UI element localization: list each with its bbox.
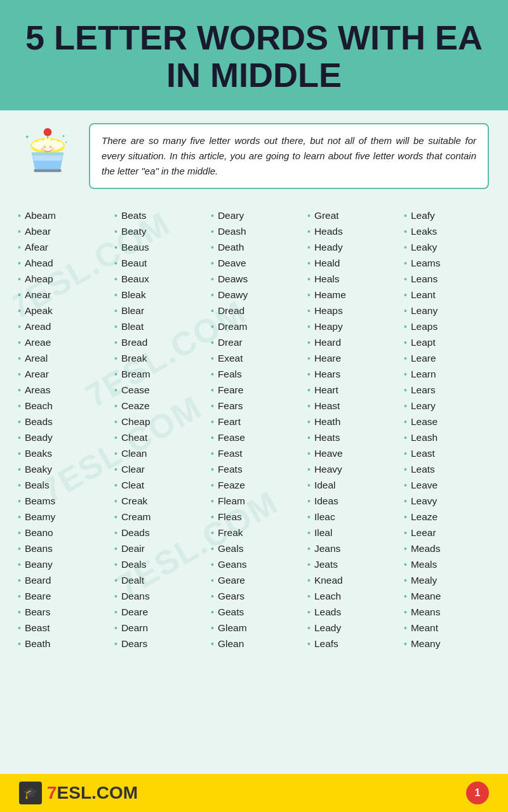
word-item: •Leaze — [404, 509, 490, 525]
word-item: •Ideas — [307, 494, 394, 509]
word-item: •Cease — [114, 383, 201, 398]
word-item: •Great — [307, 208, 394, 224]
word-text: Beaty — [121, 226, 147, 237]
bullet-icon: • — [18, 274, 21, 284]
word-item: •Cheap — [114, 414, 201, 430]
bullet-icon: • — [18, 258, 21, 268]
word-text: Abear — [25, 226, 51, 237]
logo-icon: 🎓 — [19, 782, 42, 804]
word-text: Beath — [25, 638, 51, 650]
word-text: Beats — [121, 210, 147, 221]
bullet-icon: • — [211, 353, 214, 363]
bullet-icon: • — [211, 211, 214, 221]
svg-rect-10 — [34, 169, 61, 172]
word-text: Heaps — [314, 305, 343, 317]
word-item: •Leare — [404, 351, 490, 367]
bullet-icon: • — [18, 464, 21, 475]
word-text: Heavy — [314, 464, 342, 475]
word-text: Beast — [25, 622, 50, 634]
bullet-icon: • — [114, 322, 117, 332]
word-text: Lears — [411, 384, 436, 396]
bullet-icon: • — [307, 274, 311, 284]
word-text: Beano — [25, 527, 53, 539]
word-text: Dream — [218, 321, 248, 332]
bullet-icon: • — [307, 385, 311, 395]
word-item: •Beany — [18, 557, 104, 573]
word-text: Deawy — [218, 289, 248, 301]
bullet-icon: • — [307, 290, 311, 300]
word-item: •Least — [404, 446, 490, 462]
word-text: Leash — [411, 432, 438, 443]
word-text: Abeam — [25, 210, 56, 221]
words-column-4: •Great•Heads•Heady•Heald•Heals•Heame•Hea… — [302, 208, 399, 652]
bullet-icon: • — [18, 337, 21, 348]
word-text: Heady — [314, 242, 343, 253]
bullet-icon: • — [404, 575, 407, 586]
word-text: Beaus — [121, 242, 149, 253]
bullet-icon: • — [114, 623, 117, 633]
word-text: Feast — [218, 448, 243, 459]
bullet-icon: • — [211, 544, 214, 554]
word-item: •Deary — [211, 208, 297, 224]
word-item: •Beads — [18, 414, 104, 430]
word-text: Cheap — [121, 416, 150, 428]
word-item: •Deawy — [211, 287, 297, 303]
bullet-icon: • — [404, 528, 407, 538]
word-text: Jeats — [314, 559, 338, 570]
bullet-icon: • — [114, 385, 117, 395]
bullet-icon: • — [404, 464, 407, 475]
bullet-icon: • — [307, 512, 311, 522]
word-item: •Heart — [307, 383, 394, 398]
bullet-icon: • — [211, 337, 214, 348]
bullet-icon: • — [404, 544, 407, 554]
bullet-icon: • — [307, 306, 311, 316]
word-text: Fease — [218, 432, 245, 443]
word-text: Gleam — [218, 622, 247, 634]
word-item: •Blear — [114, 303, 201, 319]
word-item: •Ceaze — [114, 398, 201, 414]
bullet-icon: • — [114, 211, 117, 221]
word-item: •Geals — [211, 541, 297, 557]
word-text: Learn — [411, 369, 436, 380]
bullet-icon: • — [18, 607, 21, 617]
word-text: Leats — [411, 464, 435, 475]
bullet-icon: • — [307, 575, 311, 586]
bullet-icon: • — [307, 353, 311, 363]
bullet-icon: • — [18, 449, 21, 459]
word-item: •Drear — [211, 335, 297, 351]
bullet-icon: • — [211, 290, 214, 300]
word-text: Heats — [314, 432, 340, 443]
word-item: •Lease — [404, 414, 490, 430]
bullet-icon: • — [307, 480, 311, 490]
word-item: •Gears — [211, 589, 297, 605]
word-text: Cleat — [121, 480, 144, 491]
word-item: •Leaky — [404, 240, 490, 256]
word-text: Jeans — [314, 543, 340, 554]
intro-section: ✦ ✦ ✦ There are so many five letter word… — [0, 110, 508, 202]
word-item: •Heast — [307, 398, 394, 414]
word-item: •Ideal — [307, 478, 394, 494]
word-text: Heame — [314, 289, 346, 301]
bullet-icon: • — [404, 242, 407, 252]
word-text: Mealy — [411, 575, 437, 586]
bullet-icon: • — [18, 290, 21, 300]
bullet-icon: • — [307, 226, 311, 237]
word-item: •Glean — [211, 636, 297, 652]
word-text: Anear — [25, 289, 51, 301]
word-text: Beach — [25, 400, 53, 412]
bullet-icon: • — [211, 623, 214, 633]
word-text: Bears — [25, 606, 51, 618]
intro-box: There are so many five letter words out … — [89, 123, 489, 189]
word-item: •Cream — [114, 509, 201, 525]
word-text: Areal — [25, 353, 48, 364]
bullet-icon: • — [404, 258, 407, 268]
word-text: Beamy — [25, 511, 55, 523]
bullet-icon: • — [18, 369, 21, 379]
word-text: Beads — [25, 416, 53, 428]
word-item: •Leafy — [404, 208, 490, 224]
bullet-icon: • — [404, 480, 407, 490]
word-text: Great — [314, 210, 339, 221]
word-text: Leary — [411, 400, 436, 412]
word-item: •Feart — [211, 414, 297, 430]
bullet-icon: • — [114, 290, 117, 300]
